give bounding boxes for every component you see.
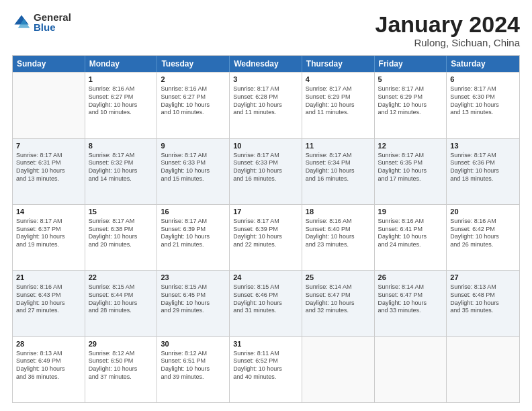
location: Rulong, Sichuan, China: [375, 37, 521, 48]
header-day-wednesday: Wednesday: [230, 56, 302, 72]
calendar-header: SundayMondayTuesdayWednesdayThursdayFrid…: [13, 56, 519, 72]
day-number: 30: [161, 339, 226, 349]
day-cell-18: 18Sunrise: 8:16 AM Sunset: 6:40 PM Dayli…: [302, 205, 375, 270]
day-info: Sunrise: 8:14 AM Sunset: 6:47 PM Dayligh…: [306, 283, 371, 315]
header-day-friday: Friday: [375, 56, 447, 72]
title-block: January 2024 Rulong, Sichuan, China: [375, 12, 521, 48]
day-number: 20: [450, 207, 516, 217]
day-info: Sunrise: 8:16 AM Sunset: 6:27 PM Dayligh…: [89, 85, 154, 117]
day-number: 29: [89, 339, 154, 349]
day-cell-29: 29Sunrise: 8:12 AM Sunset: 6:50 PM Dayli…: [85, 337, 158, 402]
day-number: 15: [89, 207, 154, 217]
logo-general: General: [34, 12, 71, 22]
day-cell-25: 25Sunrise: 8:14 AM Sunset: 6:47 PM Dayli…: [302, 271, 375, 336]
day-cell-14: 14Sunrise: 8:17 AM Sunset: 6:37 PM Dayli…: [13, 205, 85, 270]
logo-text: General Blue: [34, 12, 71, 32]
day-number: 1: [89, 75, 154, 85]
day-cell-2: 2Sunrise: 8:16 AM Sunset: 6:27 PM Daylig…: [157, 73, 230, 138]
day-number: 12: [378, 141, 443, 151]
day-cell-15: 15Sunrise: 8:17 AM Sunset: 6:38 PM Dayli…: [85, 205, 158, 270]
day-info: Sunrise: 8:17 AM Sunset: 6:32 PM Dayligh…: [89, 152, 154, 183]
day-cell-1: 1Sunrise: 8:16 AM Sunset: 6:27 PM Daylig…: [85, 73, 158, 138]
empty-cell-4-5: [375, 337, 447, 402]
day-cell-22: 22Sunrise: 8:15 AM Sunset: 6:44 PM Dayli…: [85, 271, 158, 336]
day-info: Sunrise: 8:12 AM Sunset: 6:51 PM Dayligh…: [161, 350, 226, 381]
day-number: 5: [378, 75, 443, 85]
day-info: Sunrise: 8:17 AM Sunset: 6:33 PM Dayligh…: [233, 152, 298, 183]
day-cell-4: 4Sunrise: 8:17 AM Sunset: 6:29 PM Daylig…: [302, 73, 375, 138]
day-cell-10: 10Sunrise: 8:17 AM Sunset: 6:33 PM Dayli…: [230, 139, 302, 204]
day-cell-20: 20Sunrise: 8:16 AM Sunset: 6:42 PM Dayli…: [447, 205, 519, 270]
day-number: 3: [233, 75, 298, 85]
day-number: 18: [306, 207, 371, 217]
logo-icon: [12, 13, 31, 32]
header-day-tuesday: Tuesday: [157, 56, 230, 72]
day-info: Sunrise: 8:17 AM Sunset: 6:39 PM Dayligh…: [233, 218, 298, 249]
day-info: Sunrise: 8:17 AM Sunset: 6:33 PM Dayligh…: [161, 152, 226, 183]
day-info: Sunrise: 8:17 AM Sunset: 6:36 PM Dayligh…: [450, 152, 516, 183]
day-cell-13: 13Sunrise: 8:17 AM Sunset: 6:36 PM Dayli…: [447, 139, 519, 204]
day-info: Sunrise: 8:17 AM Sunset: 6:31 PM Dayligh…: [16, 152, 81, 183]
day-info: Sunrise: 8:12 AM Sunset: 6:50 PM Dayligh…: [89, 350, 154, 381]
day-info: Sunrise: 8:15 AM Sunset: 6:46 PM Dayligh…: [233, 283, 298, 315]
day-cell-21: 21Sunrise: 8:16 AM Sunset: 6:43 PM Dayli…: [13, 271, 85, 336]
day-number: 13: [450, 141, 516, 151]
day-cell-16: 16Sunrise: 8:17 AM Sunset: 6:39 PM Dayli…: [157, 205, 230, 270]
logo-blue: Blue: [34, 22, 71, 32]
day-info: Sunrise: 8:17 AM Sunset: 6:29 PM Dayligh…: [306, 85, 371, 117]
day-info: Sunrise: 8:15 AM Sunset: 6:44 PM Dayligh…: [89, 283, 154, 315]
day-info: Sunrise: 8:16 AM Sunset: 6:40 PM Dayligh…: [306, 218, 371, 249]
empty-cell-0-0: [13, 73, 85, 138]
day-number: 9: [161, 141, 226, 151]
calendar-row-5: 28Sunrise: 8:13 AM Sunset: 6:49 PM Dayli…: [13, 336, 519, 402]
calendar-row-4: 21Sunrise: 8:16 AM Sunset: 6:43 PM Dayli…: [13, 270, 519, 336]
calendar-row-2: 7Sunrise: 8:17 AM Sunset: 6:31 PM Daylig…: [13, 138, 519, 204]
day-number: 6: [450, 75, 516, 85]
day-cell-6: 6Sunrise: 8:17 AM Sunset: 6:30 PM Daylig…: [447, 73, 519, 138]
day-info: Sunrise: 8:15 AM Sunset: 6:45 PM Dayligh…: [161, 283, 226, 315]
day-number: 24: [233, 273, 298, 283]
empty-cell-4-4: [302, 337, 375, 402]
day-number: 7: [16, 141, 81, 151]
day-cell-30: 30Sunrise: 8:12 AM Sunset: 6:51 PM Dayli…: [157, 337, 230, 402]
day-info: Sunrise: 8:16 AM Sunset: 6:42 PM Dayligh…: [450, 218, 516, 249]
page: General Blue January 2024 Rulong, Sichua…: [0, 0, 532, 411]
day-number: 16: [161, 207, 226, 217]
calendar-row-1: 1Sunrise: 8:16 AM Sunset: 6:27 PM Daylig…: [13, 72, 519, 138]
day-info: Sunrise: 8:17 AM Sunset: 6:29 PM Dayligh…: [378, 85, 443, 117]
calendar-row-3: 14Sunrise: 8:17 AM Sunset: 6:37 PM Dayli…: [13, 204, 519, 270]
day-number: 10: [233, 141, 298, 151]
calendar-body: 1Sunrise: 8:16 AM Sunset: 6:27 PM Daylig…: [13, 72, 519, 402]
header-day-sunday: Sunday: [13, 56, 85, 72]
day-cell-9: 9Sunrise: 8:17 AM Sunset: 6:33 PM Daylig…: [157, 139, 230, 204]
day-number: 14: [16, 207, 81, 217]
day-info: Sunrise: 8:14 AM Sunset: 6:47 PM Dayligh…: [378, 283, 443, 315]
day-number: 22: [89, 273, 154, 283]
day-cell-5: 5Sunrise: 8:17 AM Sunset: 6:29 PM Daylig…: [375, 73, 447, 138]
day-cell-12: 12Sunrise: 8:17 AM Sunset: 6:35 PM Dayli…: [375, 139, 447, 204]
day-cell-27: 27Sunrise: 8:13 AM Sunset: 6:48 PM Dayli…: [447, 271, 519, 336]
day-number: 2: [161, 75, 226, 85]
day-info: Sunrise: 8:13 AM Sunset: 6:48 PM Dayligh…: [450, 283, 516, 315]
day-number: 4: [306, 75, 371, 85]
empty-cell-4-6: [447, 337, 519, 402]
header-day-saturday: Saturday: [447, 56, 519, 72]
day-cell-26: 26Sunrise: 8:14 AM Sunset: 6:47 PM Dayli…: [375, 271, 447, 336]
day-info: Sunrise: 8:17 AM Sunset: 6:37 PM Dayligh…: [16, 218, 81, 249]
day-cell-17: 17Sunrise: 8:17 AM Sunset: 6:39 PM Dayli…: [230, 205, 302, 270]
day-cell-23: 23Sunrise: 8:15 AM Sunset: 6:45 PM Dayli…: [157, 271, 230, 336]
day-info: Sunrise: 8:16 AM Sunset: 6:41 PM Dayligh…: [378, 218, 443, 249]
month-title: January 2024: [375, 12, 521, 37]
day-info: Sunrise: 8:13 AM Sunset: 6:49 PM Dayligh…: [16, 350, 81, 381]
day-info: Sunrise: 8:17 AM Sunset: 6:35 PM Dayligh…: [378, 152, 443, 183]
header: General Blue January 2024 Rulong, Sichua…: [12, 12, 520, 48]
header-day-monday: Monday: [85, 56, 158, 72]
day-info: Sunrise: 8:17 AM Sunset: 6:39 PM Dayligh…: [161, 218, 226, 249]
day-info: Sunrise: 8:16 AM Sunset: 6:27 PM Dayligh…: [161, 85, 226, 117]
day-cell-11: 11Sunrise: 8:17 AM Sunset: 6:34 PM Dayli…: [302, 139, 375, 204]
day-cell-31: 31Sunrise: 8:11 AM Sunset: 6:52 PM Dayli…: [230, 337, 302, 402]
day-number: 31: [233, 339, 298, 349]
day-info: Sunrise: 8:17 AM Sunset: 6:38 PM Dayligh…: [89, 218, 154, 249]
day-number: 11: [306, 141, 371, 151]
day-cell-24: 24Sunrise: 8:15 AM Sunset: 6:46 PM Dayli…: [230, 271, 302, 336]
